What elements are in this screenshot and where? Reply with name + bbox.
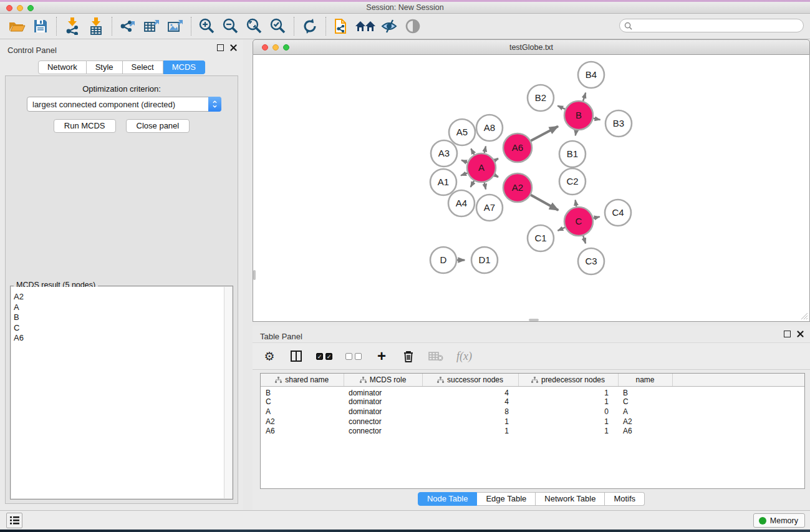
column-header-mcds-role[interactable]: MCDS role [344, 374, 422, 386]
float-panel-icon[interactable] [217, 44, 224, 51]
import-network-button[interactable] [60, 16, 84, 37]
run-mcds-button[interactable]: Run MCDS [54, 119, 116, 133]
node-D[interactable]: D [430, 247, 456, 273]
search-field[interactable] [619, 19, 804, 32]
node-A5[interactable]: A5 [449, 119, 475, 145]
birds-eye-view-button[interactable] [401, 16, 425, 37]
resize-grip-icon[interactable] [800, 312, 808, 320]
node-B3[interactable]: B3 [605, 110, 632, 137]
close-panel-icon[interactable] [797, 331, 804, 337]
node-A6[interactable]: A6 [503, 133, 532, 162]
node-B[interactable]: B [564, 101, 593, 130]
edge-A2-C[interactable] [531, 195, 558, 210]
node-C[interactable]: C [564, 207, 593, 236]
table-row[interactable]: Bdominator41B [261, 386, 804, 397]
show-columns-button[interactable] [289, 348, 303, 364]
node-table[interactable]: shared nameMCDS rolesuccessor nodesprede… [260, 373, 805, 489]
edge-B-B3[interactable] [594, 118, 600, 120]
edge-A-A8[interactable] [485, 146, 486, 153]
edge-B-B1[interactable] [576, 130, 576, 136]
import-table-button[interactable] [84, 16, 108, 37]
table-row[interactable]: Cdominator41C [261, 397, 804, 407]
column-header-name[interactable]: name [618, 374, 672, 386]
zoom-selected-button[interactable] [266, 16, 290, 37]
edge-B-B4[interactable] [583, 93, 586, 101]
task-history-button[interactable] [6, 513, 22, 528]
close-panel-button[interactable]: Close panel [126, 119, 190, 133]
canvas-vertical-scrollbar[interactable] [253, 270, 256, 280]
tab-select[interactable]: Select [123, 60, 163, 74]
result-item[interactable]: B [11, 312, 232, 323]
node-C3[interactable]: C3 [578, 248, 604, 274]
node-D1[interactable]: D1 [471, 247, 498, 273]
select-all-button[interactable]: ✓ ✓ [316, 348, 332, 364]
result-item[interactable]: C [11, 323, 232, 334]
node-C4[interactable]: C4 [605, 200, 631, 226]
tab-style[interactable]: Style [87, 60, 123, 74]
canvas-horizontal-scrollbar[interactable] [529, 319, 539, 321]
node-C2[interactable]: C2 [559, 168, 586, 195]
save-session-button[interactable] [29, 16, 52, 37]
zoom-out-button[interactable] [219, 16, 243, 37]
float-panel-icon[interactable] [784, 331, 791, 337]
ndex-browse-button[interactable] [354, 16, 377, 37]
edge-A-A6[interactable] [494, 158, 498, 160]
node-A8[interactable]: A8 [476, 115, 503, 141]
close-window-button[interactable] [6, 5, 12, 11]
column-header-shared-name[interactable]: shared name [261, 374, 344, 386]
tab-node-table[interactable]: Node Table [418, 492, 478, 506]
create-column-button[interactable]: + [375, 348, 388, 364]
export-table-button[interactable] [140, 16, 163, 37]
edge-A-A7[interactable] [485, 183, 486, 190]
show-hide-graphics-details-button[interactable] [377, 16, 401, 37]
column-header-successor-nodes[interactable]: successor nodes [422, 374, 518, 386]
node-A7[interactable]: A7 [476, 195, 503, 221]
table-settings-button[interactable]: ⚙ [263, 348, 276, 364]
edge-C-C4[interactable] [593, 217, 599, 218]
zoom-window-button[interactable] [27, 5, 34, 11]
minimize-window-button[interactable] [17, 5, 23, 11]
node-B1[interactable]: B1 [559, 141, 586, 167]
export-network-button[interactable] [116, 16, 140, 37]
edge-A-A4[interactable] [471, 181, 475, 187]
node-A3[interactable]: A3 [431, 140, 457, 167]
open-file-button[interactable] [5, 16, 29, 37]
edge-B-B2[interactable] [557, 106, 565, 109]
result-scrollbar[interactable] [224, 287, 232, 498]
node-A4[interactable]: A4 [448, 190, 475, 216]
mcds-result-list[interactable]: A2ABCA6 [11, 287, 232, 498]
network-graph[interactable]: AA6A2BCA1A3A4A5A7A8B1B2B3B4C1C2C3C4DD1 [253, 55, 809, 321]
edge-A6-B[interactable] [531, 127, 558, 141]
minimize-network-button[interactable] [272, 44, 279, 51]
close-panel-icon[interactable] [230, 44, 237, 51]
tab-edge-table[interactable]: Edge Table [477, 492, 536, 506]
tab-motifs[interactable]: Motifs [605, 492, 645, 506]
edge-A-A3[interactable] [461, 160, 468, 163]
result-item[interactable]: A [11, 302, 232, 313]
node-B2[interactable]: B2 [528, 85, 554, 111]
table-row[interactable]: Adominator80A [261, 407, 804, 417]
search-input[interactable] [635, 21, 803, 30]
edge-C-C3[interactable] [583, 236, 586, 243]
zoom-network-button[interactable] [283, 44, 289, 51]
zoom-fit-button[interactable] [243, 16, 266, 37]
tab-network-table[interactable]: Network Table [536, 492, 605, 506]
node-A2[interactable]: A2 [503, 173, 532, 202]
table-row[interactable]: A6connector11A6 [261, 427, 804, 437]
close-network-button[interactable] [262, 44, 268, 51]
memory-button[interactable]: Memory [753, 513, 805, 528]
edge-C-C2[interactable] [576, 200, 577, 207]
tab-mcds[interactable]: MCDS [163, 60, 205, 74]
zoom-in-button[interactable] [195, 16, 219, 37]
result-item[interactable]: A2 [11, 292, 232, 302]
tab-network[interactable]: Network [38, 60, 87, 74]
edge-C-C1[interactable] [557, 228, 565, 231]
node-A1[interactable]: A1 [430, 169, 456, 195]
deselect-all-button[interactable] [345, 348, 362, 364]
node-B4[interactable]: B4 [578, 62, 604, 88]
column-header-predecessor-nodes[interactable]: predecessor nodes [518, 374, 618, 386]
export-image-button[interactable] [163, 16, 187, 37]
network-canvas[interactable]: AA6A2BCA1A3A4A5A7A8B1B2B3B4C1C2C3C4DD1 [253, 55, 810, 322]
edge-A-A5[interactable] [471, 148, 474, 155]
apply-layout-button[interactable] [298, 16, 322, 37]
